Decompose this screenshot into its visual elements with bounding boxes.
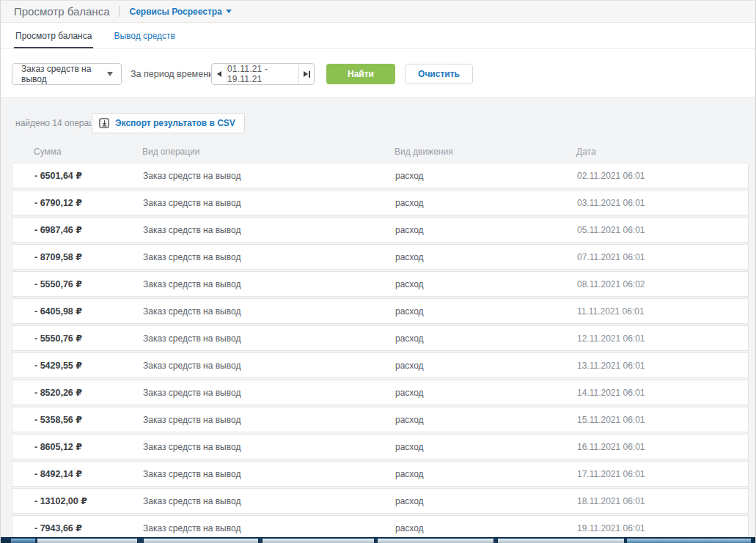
period-next-button[interactable] <box>298 64 314 84</box>
cell-operation-type: Заказ средств на вывод <box>143 252 395 262</box>
cell-date: 11.11.2021 06:01 <box>577 306 748 317</box>
table-row: - 6405,98 ₽ Заказ средств на вывод расхо… <box>12 298 749 324</box>
balance-view-window: Просмотр баланса Сервисы Росреестра Прос… <box>0 0 756 543</box>
table-row: - 5550,76 ₽ Заказ средств на вывод расхо… <box>12 325 749 351</box>
cell-movement-type: расход <box>395 306 577 317</box>
period-prev-button[interactable] <box>212 64 227 84</box>
table-row: - 8605,12 ₽ Заказ средств на вывод расхо… <box>12 434 749 459</box>
table-body: - 6501,64 ₽ Заказ средств на вывод расхо… <box>12 163 749 542</box>
cell-date: 02.11.2021 06:01 <box>577 171 748 181</box>
table-row: - 8709,58 ₽ Заказ средств на вывод расхо… <box>12 244 749 270</box>
taskbar-button[interactable] <box>11 539 35 543</box>
export-csv-label: Экспорт результатов в CSV <box>115 118 235 128</box>
cell-amount: - 5550,76 ₽ <box>34 278 143 289</box>
cell-amount: - 7943,66 ₽ <box>34 522 143 533</box>
cell-operation-type: Заказ средств на вывод <box>143 523 395 533</box>
taskbar-window-button[interactable] <box>377 539 494 543</box>
cell-date: 12.11.2021 06:01 <box>577 333 748 344</box>
table-row: - 6987,46 ₽ Заказ средств на вывод расхо… <box>12 217 749 243</box>
cell-date: 16.11.2021 06:01 <box>577 442 748 452</box>
column-header-amount: Сумма <box>34 147 142 157</box>
rosreestr-services-link[interactable]: Сервисы Росреестра <box>129 7 231 17</box>
cell-date: 19.11.2021 06:01 <box>577 523 748 533</box>
cell-date: 15.11.2021 06:01 <box>577 415 748 425</box>
cell-amount: - 6405,98 ₽ <box>34 306 143 317</box>
find-button[interactable]: Найти <box>326 64 395 84</box>
table-row: - 8492,14 ₽ Заказ средств на вывод расхо… <box>12 461 749 487</box>
cell-date: 03.11.2021 06:01 <box>577 198 748 208</box>
cell-date: 17.11.2021 06:01 <box>577 469 748 479</box>
date-range-value[interactable]: 01.11.21 - 19.11.21 <box>227 64 298 84</box>
taskbar-window-button[interactable] <box>497 539 625 543</box>
cell-movement-type: расход <box>395 388 577 398</box>
tab-withdraw-funds[interactable]: Вывод средств <box>112 31 177 48</box>
column-header-date: Дата <box>576 147 749 157</box>
cell-date: 14.11.2021 06:01 <box>577 388 748 398</box>
cell-movement-type: расход <box>395 415 577 425</box>
page-title: Просмотр баланса <box>14 5 109 18</box>
cell-amount: - 8520,26 ₽ <box>34 387 143 398</box>
cell-operation-type: Заказ средств на вывод <box>143 496 395 506</box>
cell-operation-type: Заказ средств на вывод <box>143 388 395 398</box>
clear-button[interactable]: Очистить <box>405 64 473 84</box>
taskbar-window-button[interactable] <box>143 539 259 543</box>
cell-date: 08.11.2021 06:02 <box>577 279 748 289</box>
cell-amount: - 6501,64 ₽ <box>34 170 143 181</box>
cell-amount: - 5550,76 ₽ <box>34 333 143 344</box>
cell-amount: - 8605,12 ₽ <box>34 441 143 452</box>
taskbar-window-button[interactable] <box>37 539 138 543</box>
tabs-bar: Просмотр баланса Вывод средств <box>1 23 755 49</box>
period-label: За период времени <box>131 69 213 79</box>
cell-date: 18.11.2021 06:01 <box>577 496 748 506</box>
cell-movement-type: расход <box>395 198 577 208</box>
cell-operation-type: Заказ средств на вывод <box>143 361 395 371</box>
cell-movement-type: расход <box>395 496 577 506</box>
cell-operation-type: Заказ средств на вывод <box>143 442 395 452</box>
cell-amount: - 8492,14 ₽ <box>34 468 143 479</box>
results-section: найдено 14 операций Экспорт результатов … <box>1 98 755 543</box>
cell-amount: - 5358,56 ₽ <box>34 414 143 425</box>
date-range-picker: 01.11.21 - 19.11.21 <box>211 63 315 85</box>
taskbar-strip <box>1 537 756 543</box>
cell-amount: - 6987,46 ₽ <box>34 224 143 235</box>
tab-balance-view[interactable]: Просмотр баланса <box>14 31 93 48</box>
export-csv-button[interactable]: Экспорт результатов в CSV <box>92 113 245 133</box>
taskbar-end-segment <box>752 539 756 543</box>
services-link-label: Сервисы Росреестра <box>129 7 221 17</box>
cell-operation-type: Заказ средств на вывод <box>143 171 395 181</box>
chevron-down-icon <box>226 10 232 13</box>
filter-bar: Заказ средств на вывод За период времени… <box>1 49 755 98</box>
cell-operation-type: Заказ средств на вывод <box>143 279 395 289</box>
cell-amount: - 6790,12 ₽ <box>34 197 143 208</box>
table-row: - 13102,00 ₽ Заказ средств на вывод расх… <box>12 488 749 514</box>
cell-movement-type: расход <box>395 225 577 235</box>
cell-date: 05.11.2021 06:01 <box>577 225 748 235</box>
table-row: - 6501,64 ₽ Заказ средств на вывод расхо… <box>12 163 749 188</box>
taskbar-start-segment <box>1 539 10 543</box>
found-operations-count: найдено 14 операций <box>15 118 103 128</box>
cell-movement-type: расход <box>395 171 577 181</box>
title-divider <box>119 6 120 17</box>
cell-movement-type: расход <box>395 252 577 262</box>
arrow-left-icon <box>217 71 221 77</box>
arrow-right-icon <box>304 71 308 77</box>
cell-operation-type: Заказ средств на вывод <box>143 415 395 425</box>
cell-date: 13.11.2021 06:01 <box>577 361 748 371</box>
cell-amount: - 13102,00 ₽ <box>34 495 143 506</box>
table-row: - 5358,56 ₽ Заказ средств на вывод расхо… <box>12 407 749 432</box>
cell-movement-type: расход <box>395 469 577 479</box>
cell-operation-type: Заказ средств на вывод <box>143 333 395 344</box>
arrow-right-bar <box>309 71 310 78</box>
table-row: - 8520,26 ₽ Заказ средств на вывод расхо… <box>12 380 749 405</box>
cell-operation-type: Заказ средств на вывод <box>143 306 395 317</box>
operation-type-select[interactable]: Заказ средств на вывод <box>12 63 122 85</box>
cell-movement-type: расход <box>395 279 577 289</box>
cell-operation-type: Заказ средств на вывод <box>143 198 395 208</box>
table-row: - 6790,12 ₽ Заказ средств на вывод расхо… <box>12 190 749 215</box>
taskbar-active-window-button[interactable] <box>626 539 751 543</box>
cell-amount: - 5429,55 ₽ <box>34 360 143 371</box>
cell-movement-type: расход <box>395 523 577 533</box>
table-row: - 5429,55 ₽ Заказ средств на вывод расхо… <box>12 352 749 378</box>
taskbar-window-button[interactable] <box>262 539 375 543</box>
column-header-operation-type: Вид операции <box>142 147 394 157</box>
